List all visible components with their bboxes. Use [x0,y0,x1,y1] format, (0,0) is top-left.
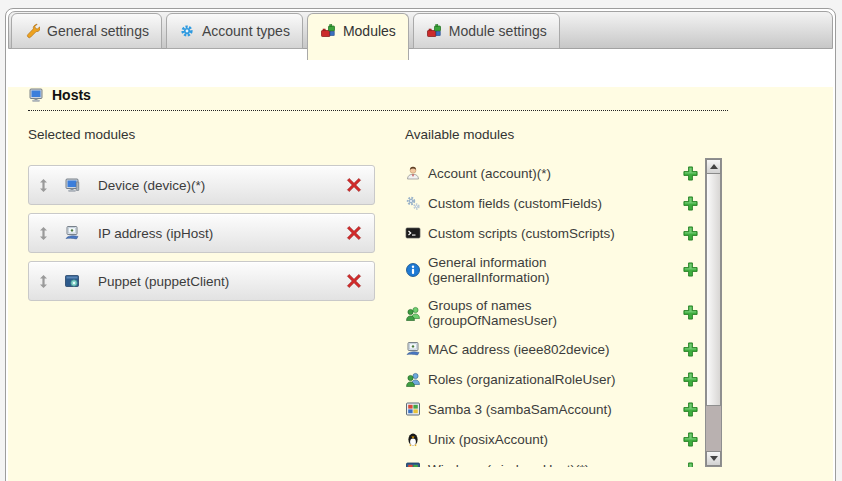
windows-icon [405,461,421,467]
host-icon [28,87,44,103]
available-module-roles: Roles (organizationalRoleUser) [405,364,705,394]
add-module-button[interactable] [682,165,699,182]
tab-account-types[interactable]: Account types [166,13,303,49]
modules-icon [426,23,442,39]
tab-label: Module settings [449,23,547,39]
arrow-up-icon [710,164,718,169]
selected-modules-heading: Selected modules [28,128,375,142]
drag-handle-icon[interactable] [39,227,48,240]
available-module-custom-scripts: Custom scripts (customScripts) [405,218,705,248]
add-module-button[interactable] [682,341,699,358]
add-module-button[interactable] [682,304,699,321]
tab-label: Modules [343,23,396,39]
add-module-button[interactable] [682,461,699,468]
available-module-groups-of-names: Groups of names (groupOfNamesUser) [405,291,705,334]
tab-module-settings[interactable]: Module settings [413,13,560,49]
add-module-button[interactable] [682,225,699,242]
selected-module-row-device[interactable]: Device (device)(*) [28,165,375,205]
available-module-label: Roles (organizationalRoleUser) [428,372,616,387]
drag-handle-icon[interactable] [39,275,48,288]
modules-panel: Hosts Selected modules [8,87,833,481]
available-module-label: MAC address (ieee802device) [428,342,610,357]
add-module-button[interactable] [682,261,699,278]
add-module-button[interactable] [682,195,699,212]
custom-scripts-icon [405,225,421,241]
available-modules-column: Available modules [405,128,722,467]
remove-module-button[interactable] [346,225,362,241]
available-module-unix: Unix (posixAccount) [405,424,705,454]
available-module-label: Custom fields (customFields) [428,196,602,211]
available-module-label: Windows (windowsHost)(*) [428,462,589,468]
tab-general-settings[interactable]: General settings [11,13,162,49]
tab-label: General settings [47,23,149,39]
roles-icon [405,371,421,387]
scrollbar-track[interactable] [706,406,721,451]
available-modules-list: Account (account)(*) [405,158,705,467]
selected-modules-column: Selected modules Device (device)(*) [28,128,375,467]
add-module-button[interactable] [682,371,699,388]
available-module-label: General information (generalInformation) [428,255,640,285]
add-module-button[interactable] [682,401,699,418]
unix-icon [405,431,421,447]
remove-module-button[interactable] [346,273,362,289]
tab-label: Account types [202,23,290,39]
modules-icon [320,23,336,39]
available-module-label: Account (account)(*) [428,166,551,181]
available-module-windows: Windows (windowsHost)(*) [405,454,705,467]
remove-module-button[interactable] [346,177,362,193]
selected-module-label: IP address (ipHost) [98,226,213,241]
scroll-up-button[interactable] [706,159,721,174]
available-module-label: Groups of names (groupOfNamesUser) [428,298,640,328]
selected-module-label: Puppet (puppetClient) [98,274,229,289]
available-module-custom-fields: Custom fields (customFields) [405,188,705,218]
selected-module-label: Device (device)(*) [98,178,205,193]
custom-fields-icon [405,195,421,211]
drag-handle-icon[interactable] [39,179,48,192]
mac-address-icon [405,341,421,357]
available-module-label: Samba 3 (sambaSamAccount) [428,402,612,417]
available-module-label: Unix (posixAccount) [428,432,548,447]
gear-icon [179,23,195,39]
available-module-mac-address: MAC address (ieee802device) [405,334,705,364]
available-modules-scrollbar[interactable] [705,158,722,467]
selected-module-row-puppet[interactable]: Puppet (puppetClient) [28,261,375,301]
available-module-samba3: Samba 3 (sambaSamAccount) [405,394,705,424]
available-module-label: Custom scripts (customScripts) [428,226,615,241]
arrow-down-icon [710,456,718,461]
device-icon [64,177,80,193]
samba-icon [405,401,421,417]
selected-module-row-iphost[interactable]: IP address (ipHost) [28,213,375,253]
tab-modules[interactable]: Modules [307,13,409,60]
wrench-icon [24,23,40,39]
available-module-general-information: General information (generalInformation) [405,248,705,291]
add-module-button[interactable] [682,431,699,448]
scrollbar-thumb[interactable] [706,174,721,406]
puppet-icon [64,273,80,289]
tab-bar: General settings Account types [8,11,833,49]
section-title: Hosts [52,87,91,103]
account-icon [405,165,421,181]
ip-address-icon [64,225,80,241]
groups-icon [405,305,421,321]
info-icon [405,262,421,278]
scroll-down-button[interactable] [706,451,721,466]
config-window: General settings Account types [5,8,836,481]
section-header: Hosts [28,87,728,111]
available-module-account: Account (account)(*) [405,158,705,188]
available-modules-heading: Available modules [405,128,722,142]
